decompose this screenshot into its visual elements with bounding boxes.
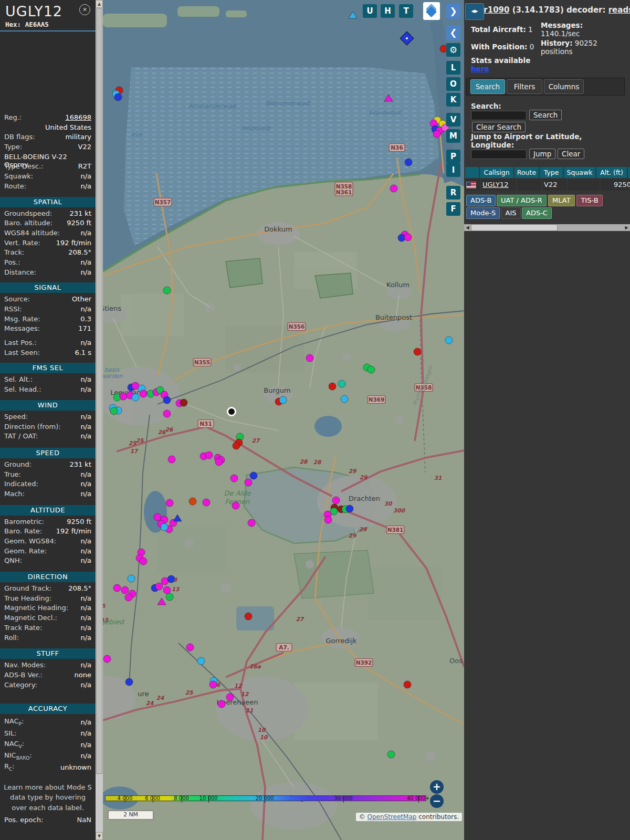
selected-aircraft-marker[interactable] — [228, 408, 236, 416]
data-row: Ground:231 kt — [0, 460, 96, 470]
scroll-down-icon[interactable]: ▼ — [96, 832, 103, 840]
svg-text:29: 29 — [349, 532, 357, 539]
filter-badge-ais[interactable]: AIS — [501, 207, 521, 219]
map-button-o[interactable]: O — [446, 77, 460, 91]
svg-text:warden: warden — [103, 373, 123, 380]
clear-button[interactable]: Clear — [558, 149, 584, 159]
column-header[interactable]: Alt. (ft) — [596, 167, 627, 178]
svg-text:Burgum: Burgum — [264, 386, 290, 394]
svg-text:29: 29 — [360, 474, 368, 480]
filter-badge-mode-s[interactable]: Mode-S — [466, 207, 500, 219]
map-button-p[interactable]: P — [446, 150, 460, 163]
column-header[interactable]: Spd. — [628, 167, 630, 178]
data-row: NICBARO:n/a — [0, 750, 96, 762]
map[interactable]: N357N36N358N361N356N355N31N369N358N381A7… — [103, 0, 464, 840]
map-button-t[interactable]: T — [399, 4, 413, 18]
svg-text:Eilanderbult: Eilanderbult — [369, 110, 402, 116]
stats-here-link[interactable]: here — [471, 65, 489, 73]
data-row: Route:n/a — [0, 182, 96, 192]
svg-text:26: 26 — [165, 426, 174, 433]
filter-badge-uat-ads-r[interactable]: UAT / ADS-R — [497, 195, 547, 206]
panel-toggle-button[interactable]: ◂▸ — [465, 3, 484, 20]
svg-text:Wierumerwad: Wierumerwad — [265, 100, 310, 107]
data-row: Baro. Rate:192 ft/min — [0, 527, 96, 537]
scroll-up-icon[interactable]: ▲ — [96, 0, 103, 8]
data-row: Type:V22 — [0, 143, 96, 153]
with-position-stat: With Position: 0 — [471, 43, 534, 51]
aircraft-table: CallsignRouteTypeSquawkAlt. (ft)Spd.UGLY… — [465, 167, 630, 191]
readsb-link[interactable]: readsb — [608, 5, 630, 15]
sidebar-scrollbar[interactable]: ▲ ▼ — [96, 0, 103, 840]
data-row: True Heading:n/a — [0, 594, 96, 604]
table-row[interactable]: UGLY12V229250 — [465, 179, 630, 191]
svg-text:13: 13 — [172, 586, 180, 592]
total-aircraft-stat: Total Aircraft: 1 — [471, 25, 533, 34]
zoom-out-button[interactable]: − — [430, 794, 444, 808]
layers-button[interactable] — [423, 2, 440, 20]
data-row: Last Seen:6.1 s — [0, 349, 96, 359]
column-header[interactable]: Type — [540, 167, 563, 178]
column-header[interactable] — [465, 167, 479, 178]
filter-badge-tis-b[interactable]: TIS-B — [576, 195, 603, 206]
scroll-right-icon[interactable]: ▶ — [623, 224, 630, 231]
column-header[interactable]: Callsign — [480, 167, 513, 178]
data-row: Distance:n/a — [0, 268, 96, 278]
data-row: Speed:n/a — [0, 413, 96, 423]
column-header[interactable]: Squawk — [564, 167, 595, 178]
clear-search-button[interactable]: Clear Search — [472, 122, 526, 132]
jump-input[interactable] — [471, 150, 527, 159]
scroll-left-icon[interactable]: ◀ — [464, 224, 471, 231]
gear-icon[interactable]: ⚙ — [446, 43, 460, 57]
legend-label: 10 000 — [200, 795, 218, 801]
tab-columns[interactable]: Columns — [544, 79, 584, 94]
legend-label: 40 000+ — [407, 795, 429, 801]
svg-text:N369: N369 — [369, 396, 385, 403]
svg-text:Dokkum: Dokkum — [264, 225, 292, 233]
svg-text:Stiens: Stiens — [103, 304, 121, 312]
aircraft-callsign-title: UGLY12 — [5, 3, 91, 19]
search-button[interactable]: Search — [529, 110, 562, 120]
svg-text:A7.: A7. — [279, 644, 289, 650]
filter-badge-ads-c[interactable]: ADS-C — [522, 207, 552, 219]
osm-link[interactable]: OpenStreetMap — [368, 813, 417, 821]
svg-text:15: 15 — [103, 603, 106, 609]
column-header[interactable]: Route — [514, 167, 539, 178]
close-icon[interactable]: ✕ — [79, 4, 90, 15]
tidal-flats — [124, 67, 439, 246]
registration-link[interactable]: 168698 — [65, 113, 91, 121]
map-button-i[interactable]: I — [446, 163, 460, 177]
scrollbar-thumb[interactable] — [96, 8, 102, 774]
svg-text:24: 24 — [156, 695, 164, 701]
map-button-r[interactable]: R — [446, 186, 460, 200]
map-button-l[interactable]: L — [446, 61, 460, 75]
legend-label: 30 000 — [334, 795, 353, 801]
map-button-m[interactable]: M — [446, 129, 460, 143]
svg-text:27: 27 — [296, 616, 304, 622]
us-flag-icon — [466, 182, 476, 188]
map-button-u[interactable]: U — [363, 4, 377, 18]
map-button-h[interactable]: H — [381, 4, 395, 18]
data-row: Baro. altitude:9250 ft — [0, 219, 96, 229]
map-button-v[interactable]: V — [446, 113, 460, 127]
callsign-link[interactable]: UGLY12 — [482, 181, 509, 188]
expand-panel-button[interactable]: ❯ — [446, 4, 460, 19]
data-row: Sel. Alt.:n/a — [0, 375, 96, 385]
search-input[interactable] — [471, 111, 527, 120]
zoom-in-button[interactable]: + — [430, 780, 444, 794]
map-button-f[interactable]: F — [446, 202, 460, 216]
tab-filters[interactable]: Filters — [507, 79, 542, 94]
filter-badge-mlat[interactable]: MLAT — [548, 195, 575, 206]
filter-badge-ads-b[interactable]: ADS-B — [466, 195, 496, 206]
legend-label: 8 000 — [174, 795, 189, 801]
tab-search[interactable]: Search — [470, 79, 505, 94]
data-row: ADS-B Ver.:none — [0, 671, 96, 681]
collapse-panel-button[interactable]: ❮ — [446, 25, 460, 40]
data-row: Pos.:n/a — [0, 258, 96, 268]
data-row: Category:n/a — [0, 681, 96, 691]
scrollbar-thumb[interactable] — [471, 224, 558, 231]
jump-button[interactable]: Jump — [529, 149, 555, 159]
map-button-k[interactable]: K — [446, 93, 460, 107]
aircraft-data-sections: Reg.:168698United StatesDB flags:militar… — [0, 113, 96, 773]
forest — [226, 258, 374, 598]
panel-horizontal-scrollbar[interactable]: ◀ ▶ — [464, 224, 630, 231]
